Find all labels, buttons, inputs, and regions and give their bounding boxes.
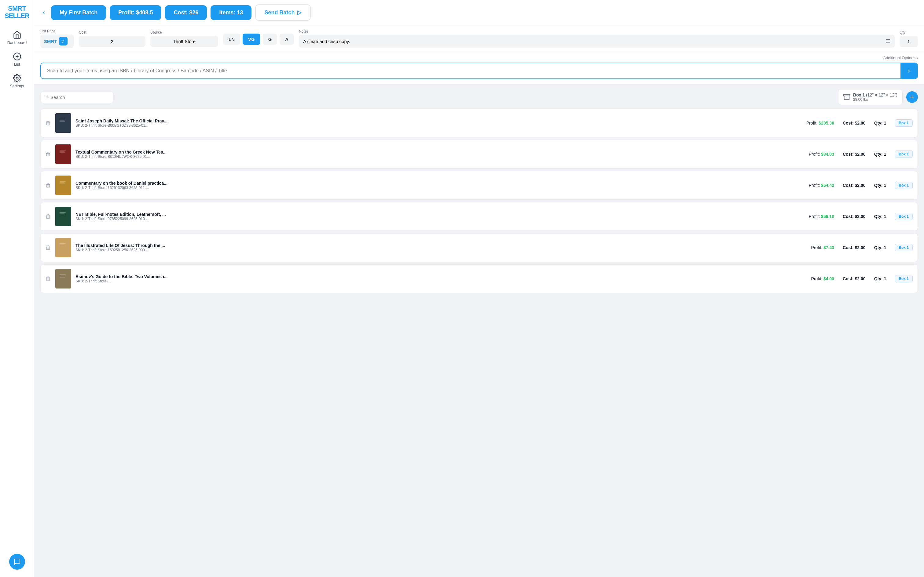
topbar: ‹ My First Batch Profit: $408.5 Cost: $2… [34,0,924,25]
items-button[interactable]: Items: 13 [210,5,252,20]
svg-rect-9 [60,119,66,119]
item-info: Textual Commentary on the Greek New Tes.… [76,150,804,159]
item-box-badge[interactable]: Box 1 [895,119,913,127]
add-box-button[interactable]: + [906,91,918,103]
cost-input[interactable] [79,36,145,47]
item-cost: Cost: $2.00 [843,214,866,219]
notes-input[interactable] [303,39,883,44]
table-row: 🗑 Asimov's Guide to the Bible: Two Volum… [40,264,918,293]
item-box-badge[interactable]: Box 1 [895,275,913,282]
item-info: Saint Joseph Daily Missal: The Official … [76,118,802,127]
item-title: NET Bible, Full-notes Edition, Leatherso… [76,212,804,217]
item-profit: Profit: $54.42 [809,183,834,188]
source-label: Source [150,30,218,34]
item-sku: SKU: 2-Thrift Store-1592581250-3625-009-… [76,248,807,252]
svg-rect-30 [60,276,65,276]
item-box-badge[interactable]: Box 1 [895,244,913,251]
svg-rect-29 [60,274,66,275]
delete-icon[interactable]: 🗑 [45,276,51,282]
list-price-group: List Price SMRT ✓ [40,29,74,48]
formbar: List Price SMRT ✓ Cost Source LN VG G A … [34,25,924,52]
condition-a[interactable]: A [279,34,294,45]
back-button[interactable]: ‹ [40,7,47,18]
delete-icon[interactable]: 🗑 [45,213,51,220]
item-qty: Qty: 1 [874,121,887,126]
chat-button[interactable] [9,554,25,570]
batch-name-button[interactable]: My First Batch [51,5,106,20]
sidebar-item-dashboard[interactable]: Dashboard [0,27,34,48]
svg-rect-15 [60,152,65,153]
item-thumbnail [55,113,71,133]
box-weight: 28.00 lbs [853,97,897,102]
delete-icon[interactable]: 🗑 [45,182,51,189]
cost-group: Cost [79,30,145,47]
box-icon [843,94,850,100]
search-input[interactable] [50,95,108,100]
send-batch-button[interactable]: Send Batch ▷ [255,4,310,21]
sidebar-item-settings[interactable]: Settings [0,70,34,92]
item-stats: Profit: $7.43 Cost: $2.00 Qty: 1 Box 1 [811,244,913,251]
profit-button[interactable]: Profit: $408.5 [110,5,162,20]
item-thumbnail [55,144,71,164]
item-info: Asimov's Guide to the Bible: Two Volumes… [76,274,807,283]
condition-g[interactable]: G [263,34,278,45]
svg-point-3 [16,77,18,79]
qty-group: Qty [900,30,918,47]
notes-list-icon[interactable]: ☰ [885,38,890,45]
sidebar-item-list[interactable]: List [0,48,34,70]
item-profit: Profit: $56.10 [809,214,834,219]
scan-input-wrap: › [40,63,918,79]
item-profit: Profit: $7.43 [811,245,834,250]
sidebar: SMRT SELLER Dashboard List Settings [0,0,34,577]
svg-rect-17 [60,181,66,182]
item-cost: Cost: $2.00 [843,183,866,188]
sidebar-settings-label: Settings [10,84,24,88]
svg-rect-26 [60,245,65,245]
item-thumbnail [55,238,71,257]
scan-input[interactable] [41,63,900,79]
item-sku: SKU: 2-Thrift Store-B00BGT0D38-3625-01..… [76,123,802,127]
item-info: NET Bible, Full-notes Edition, Leatherso… [76,212,804,221]
item-qty: Qty: 1 [874,276,887,281]
item-box-badge[interactable]: Box 1 [895,182,913,189]
item-qty: Qty: 1 [874,214,887,219]
cost-button[interactable]: Cost: $26 [165,5,207,20]
item-box-badge[interactable]: Box 1 [895,150,913,158]
qty-label: Qty [900,30,918,34]
delete-icon[interactable]: 🗑 [45,245,51,251]
delete-icon[interactable]: 🗑 [45,120,51,126]
item-profit: Profit: $34.03 [809,152,834,156]
list-header: Box 1 (12" × 12" × 12") 28.00 lbs + [40,89,918,105]
svg-rect-19 [60,184,65,184]
table-row: 🗑 The Illustrated Life Of Jesus: Through… [40,233,918,262]
condition-vg[interactable]: VG [242,34,260,45]
chat-icon [13,558,21,566]
item-info: Commentary on the book of Daniel practic… [76,181,804,190]
svg-rect-14 [60,151,65,152]
item-sku: SKU: 2-Thrift Store-... [76,279,807,283]
svg-rect-21 [60,212,66,213]
item-stats: Profit: $56.10 Cost: $2.00 Qty: 1 Box 1 [809,213,913,220]
item-title: Textual Commentary on the Greek New Tes.… [76,150,804,155]
delete-icon[interactable]: 🗑 [45,151,51,158]
send-batch-label: Send Batch [264,10,294,16]
list-price-label: List Price [40,29,74,33]
item-stats: Profit: $4.00 Cost: $2.00 Qty: 1 Box 1 [811,275,913,282]
svg-rect-13 [60,150,66,150]
item-qty: Qty: 1 [874,183,887,188]
condition-ln[interactable]: LN [223,34,240,45]
qty-input[interactable] [900,36,918,47]
list-price-value: SMRT [44,39,57,44]
svg-rect-27 [60,246,65,247]
list-price-check[interactable]: ✓ [59,37,68,45]
items-list: 🗑 Saint Joseph Daily Missal: The Officia… [40,109,918,293]
scanbar: Additional Options › › [34,52,924,84]
svg-rect-10 [60,120,65,121]
box-info: Box 1 (12" × 12" × 12") 28.00 lbs [838,89,903,105]
item-title: Asimov's Guide to the Bible: Two Volumes… [76,274,807,279]
source-input[interactable] [150,36,218,47]
scan-submit-button[interactable]: › [900,63,917,79]
additional-options[interactable]: Additional Options › [40,56,918,60]
svg-rect-31 [60,277,65,277]
item-box-badge[interactable]: Box 1 [895,213,913,220]
